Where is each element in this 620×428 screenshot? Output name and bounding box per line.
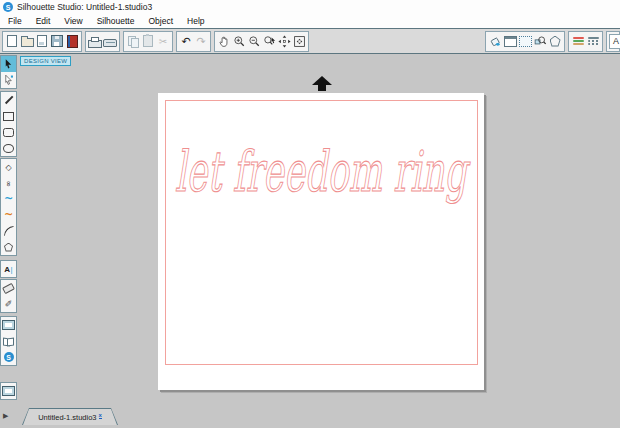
text-style-button[interactable]: A xyxy=(609,33,620,50)
design-canvas[interactable]: DESIGN VIEW let freedom ring Untitled-1.… xyxy=(17,54,620,428)
sidebar-expand-button[interactable]: ▶ xyxy=(3,412,8,420)
floppy-disk-icon xyxy=(51,35,63,47)
zoom-in-icon xyxy=(233,35,246,48)
pan-button[interactable] xyxy=(217,33,231,50)
cut-settings-button[interactable] xyxy=(548,33,562,50)
send-to-silhouette-button[interactable] xyxy=(103,33,117,50)
line-tool[interactable] xyxy=(1,92,16,108)
menu-edit[interactable]: Edit xyxy=(29,16,58,26)
trace-icon xyxy=(533,35,547,48)
ellipse-tool[interactable] xyxy=(1,140,16,156)
sidebar-preview-group xyxy=(0,382,17,400)
polygon-tool[interactable]: ◇ xyxy=(1,159,16,175)
preview-button[interactable] xyxy=(1,383,16,399)
toolbar-text-group: A xyxy=(606,31,620,52)
zoom-out-button[interactable] xyxy=(247,33,261,50)
copy-button[interactable] xyxy=(126,33,140,50)
trace-button[interactable] xyxy=(533,33,547,50)
design-view-badge: DESIGN VIEW xyxy=(20,56,71,66)
menu-silhouette[interactable]: Silhouette xyxy=(90,16,142,26)
text-tool-icon: A xyxy=(4,265,10,274)
toolbar: ✂ ↶ ↷ xyxy=(0,28,620,54)
eraser-tool[interactable] xyxy=(1,280,16,296)
paste-button[interactable] xyxy=(141,33,155,50)
select-tool[interactable] xyxy=(1,56,16,72)
toolbar-history-group: ↶ ↷ xyxy=(176,31,211,52)
document-tab[interactable]: Untitled-1.studio3 x xyxy=(22,408,118,425)
zoom-out-icon xyxy=(248,35,261,48)
artwork-text[interactable]: let freedom ring xyxy=(175,139,471,204)
undo-icon: ↶ xyxy=(181,35,190,48)
toolbar-edit-group: ✂ xyxy=(123,31,173,52)
drag-zoom-button[interactable] xyxy=(277,33,291,50)
fill-panel-button[interactable] xyxy=(488,33,502,50)
regular-polygon-tool[interactable] xyxy=(1,239,16,255)
printer-icon xyxy=(88,40,102,48)
cutting-mat-page[interactable]: let freedom ring xyxy=(158,93,484,390)
menu-help[interactable]: Help xyxy=(180,16,211,26)
redo-icon: ↷ xyxy=(196,35,205,48)
rounded-rectangle-icon xyxy=(3,128,14,137)
new-document-button[interactable] xyxy=(5,33,19,50)
tab-close-icon[interactable]: x xyxy=(99,412,102,419)
fit-to-page-icon xyxy=(293,35,306,48)
point-edit-cursor-icon xyxy=(3,74,14,86)
save-to-library-button[interactable] xyxy=(50,33,64,50)
line-style-button[interactable] xyxy=(586,33,600,50)
freehand-tool[interactable]: ~ xyxy=(1,191,16,207)
print-button[interactable] xyxy=(88,33,102,50)
polygon-icon: ◇ xyxy=(5,163,11,172)
store-button[interactable]: S xyxy=(1,349,16,365)
rectangle-tool[interactable] xyxy=(1,108,16,124)
text-tool[interactable]: A| xyxy=(1,261,16,277)
menu-file[interactable]: File xyxy=(1,16,29,26)
select-cursor-icon xyxy=(3,58,14,70)
open-button[interactable] xyxy=(20,33,34,50)
sidebar-shape-group xyxy=(0,91,17,157)
library-open-book-icon xyxy=(3,338,14,345)
undo-button[interactable]: ↶ xyxy=(179,33,193,50)
open-folder-icon xyxy=(21,38,34,47)
rounded-rectangle-tool[interactable] xyxy=(1,124,16,140)
cutting-machine-icon xyxy=(103,39,117,47)
curve-tool[interactable]: ∞ xyxy=(1,175,16,191)
toolbar-file-group xyxy=(2,31,82,52)
sidebar-view-group: S xyxy=(0,316,17,366)
toolbar-output-group xyxy=(85,31,120,52)
library-button[interactable] xyxy=(65,33,79,50)
feed-direction-arrow-icon xyxy=(310,76,334,91)
menu-view[interactable]: View xyxy=(57,16,89,26)
new-document-icon xyxy=(7,35,17,47)
paste-clipboard-icon xyxy=(143,35,153,47)
save-icon xyxy=(37,35,47,47)
save-button[interactable] xyxy=(35,33,49,50)
arc-tool[interactable] xyxy=(1,223,16,239)
line-style-icon xyxy=(588,37,599,45)
pan-hand-icon xyxy=(218,35,231,48)
smooth-freehand-icon: ~ xyxy=(4,212,13,218)
knife-tool[interactable]: ✐ xyxy=(1,296,16,312)
preview-monitor-icon xyxy=(2,386,15,396)
point-editing-tool[interactable] xyxy=(1,72,16,88)
menu-bar: File Edit View Silhouette Object Help xyxy=(0,14,620,28)
sidebar-modify-group: ✐ xyxy=(0,279,17,313)
eraser-icon xyxy=(2,282,15,293)
design-view-button[interactable] xyxy=(1,317,16,333)
artwork-svg: let freedom ring xyxy=(158,93,484,390)
rectangle-icon xyxy=(3,112,14,121)
grid-settings-button[interactable] xyxy=(518,33,532,50)
cut-button[interactable]: ✂ xyxy=(156,33,170,50)
line-color-button[interactable] xyxy=(571,33,585,50)
library-view-button[interactable] xyxy=(1,333,16,349)
page-setup-button[interactable] xyxy=(503,33,517,50)
zoom-selection-button[interactable] xyxy=(262,33,276,50)
redo-button[interactable]: ↷ xyxy=(194,33,208,50)
page-setup-icon xyxy=(504,36,517,47)
zoom-in-button[interactable] xyxy=(232,33,246,50)
menu-object[interactable]: Object xyxy=(141,16,180,26)
toolbar-panel-group xyxy=(485,31,565,52)
sidebar-select-group xyxy=(0,55,17,89)
smooth-freehand-tool[interactable]: ~ xyxy=(1,207,16,223)
fit-to-page-button[interactable] xyxy=(292,33,306,50)
toolbar-view-group xyxy=(214,31,309,52)
